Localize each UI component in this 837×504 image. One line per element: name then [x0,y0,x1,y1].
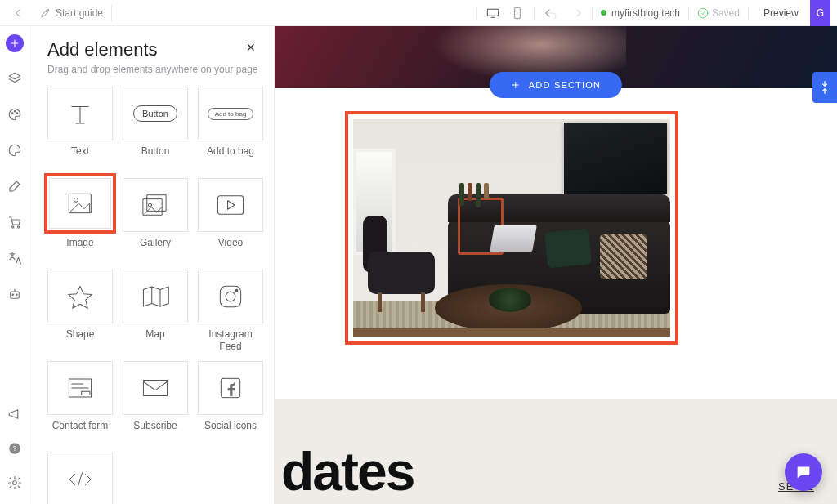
gear-icon [7,475,22,490]
redo-button[interactable] [567,7,584,19]
chevron-left-icon [12,7,24,19]
translate-icon [7,251,22,265]
rail-language-button[interactable] [5,248,25,268]
element-text[interactable]: Text [47,87,113,170]
preview-button[interactable]: Preview [757,7,805,19]
rail-ai-button[interactable] [5,284,25,304]
rail-help-button[interactable]: ? [5,439,25,458]
undo-button[interactable] [543,7,559,19]
element-contact-form[interactable]: Contact form [47,361,113,444]
envelope-icon [141,377,170,399]
video-icon [215,193,246,217]
element-gallery[interactable]: Gallery [123,178,188,261]
element-video[interactable]: Video [198,178,263,261]
add-section-button[interactable]: ADD SECTION [490,72,622,98]
instagram-icon [217,283,244,310]
start-guide-label: Start guide [56,7,103,19]
elements-panel: Add elements ✕ Drag and drop elements an… [29,26,275,504]
facebook-icon [218,376,243,400]
element-instagram[interactable]: Instagram Feed [198,270,263,353]
svg-point-30 [235,289,238,292]
svg-marker-25 [69,286,92,308]
element-shape[interactable]: Shape [47,270,113,353]
svg-marker-24 [228,201,235,209]
mobile-icon [512,7,522,20]
panel-subtitle: Drag and drop elements anywhere on your … [47,64,259,75]
plus-icon [511,80,521,90]
heading-fragment: dates [281,440,414,502]
check-circle-icon [697,7,709,19]
back-button[interactable] [7,2,29,25]
rail-blog-button[interactable] [5,176,25,196]
palette-alt-icon [7,143,22,158]
svg-text:?: ? [12,444,16,453]
svg-point-9 [11,226,13,228]
image-icon [66,191,94,216]
undo-icon [544,7,557,19]
svg-rect-1 [487,9,498,16]
desktop-icon [486,7,499,19]
element-button[interactable]: Button Button [123,87,188,170]
svg-point-13 [16,294,17,296]
plus-icon [10,38,20,48]
mobile-view-button[interactable] [509,7,526,20]
rocket-icon [39,7,51,19]
canvas-area[interactable]: ADD SECTION dat [275,26,837,504]
element-social-icons[interactable]: Social icons [198,361,263,444]
topbar: Start guide myfirstblog.tech Saved Previ… [0,0,837,26]
svg-point-0 [46,11,47,12]
svg-point-17 [12,481,16,485]
rail-settings-button[interactable] [5,473,25,493]
svg-point-7 [14,111,16,113]
palette-icon [7,107,22,122]
section-reorder-handle[interactable] [812,72,837,103]
rail-theme-button[interactable] [5,140,25,160]
svg-rect-11 [10,292,19,298]
element-image[interactable]: Image [47,178,113,261]
svg-point-8 [16,113,18,114]
svg-rect-35 [143,381,167,396]
svg-marker-5 [9,73,20,79]
cart-icon [7,215,22,230]
chat-launcher[interactable] [785,453,822,491]
rail-add-button[interactable] [6,34,24,52]
rail-layers-button[interactable] [5,69,25,88]
element-image-highlight [44,173,116,234]
lower-section[interactable]: dates SE RE [275,399,837,504]
button-pill-icon: Button [133,105,177,122]
form-icon [66,376,94,400]
status-dot-icon [601,10,606,16]
element-add-to-bag[interactable]: Add to bag Add to bag [198,87,263,170]
element-map[interactable]: Map [123,270,188,353]
svg-point-10 [17,226,19,228]
svg-point-29 [226,292,235,301]
panel-close-button[interactable]: ✕ [243,39,259,56]
map-icon [141,283,170,310]
help-icon: ? [7,441,22,456]
panel-title: Add elements [47,39,158,60]
rail-palette-button[interactable] [5,105,25,124]
element-subscribe[interactable]: Subscribe [123,361,188,444]
gallery-icon [141,192,170,218]
domain-indicator[interactable]: myfirstblog.tech [601,7,680,19]
svg-point-22 [148,203,151,207]
primary-action-button[interactable]: G [810,0,830,26]
sort-icon [819,80,830,95]
svg-point-6 [11,113,13,114]
desktop-view-button[interactable] [485,7,501,19]
start-guide-button[interactable]: Start guide [31,5,112,21]
svg-point-19 [74,198,78,202]
megaphone-icon [7,407,22,421]
rail-announce-button[interactable] [5,404,25,424]
svg-rect-28 [220,286,240,306]
robot-icon [7,287,22,301]
rail-store-button[interactable] [5,212,25,232]
saved-indicator: Saved [697,7,740,19]
layers-icon [7,71,22,86]
element-embed-code[interactable]: Embed code [47,453,113,504]
svg-line-37 [78,473,83,486]
svg-rect-3 [515,7,521,18]
selected-image-element[interactable] [345,111,678,345]
code-icon [65,468,95,491]
svg-point-4 [698,8,708,18]
